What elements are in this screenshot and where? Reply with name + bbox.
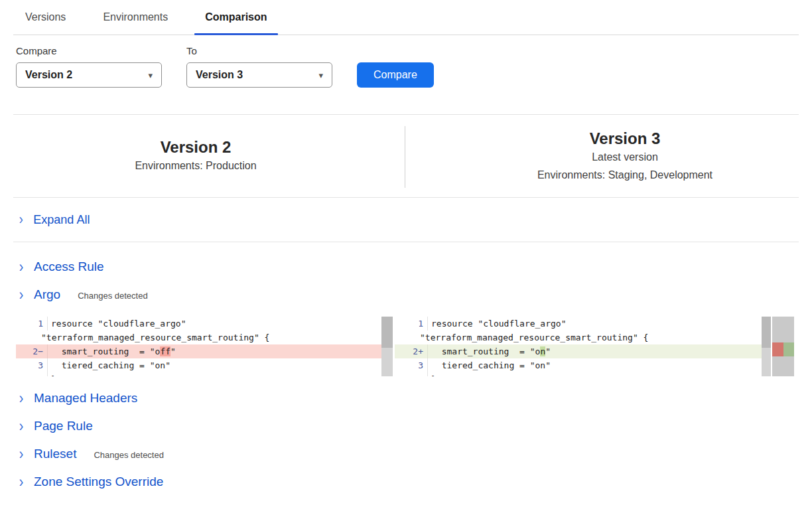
comparison-page: Versions Environments Comparison Compare…	[0, 0, 812, 523]
code-text: "	[545, 346, 551, 356]
chevron-right-icon: ›	[19, 287, 24, 303]
compare-version-value: Version 2	[25, 69, 72, 81]
to-field-label: To	[186, 45, 332, 56]
code-text: "terraform_managed_resource_smart_routin…	[16, 331, 269, 344]
scrollbar-track	[381, 317, 393, 376]
expand-all-label: Expand All	[33, 213, 90, 227]
version-comparison-header: Version 2 Environments: Production Versi…	[13, 114, 799, 198]
compare-field-label: Compare	[16, 45, 162, 56]
chevron-right-icon: ›	[19, 390, 24, 406]
line-number	[16, 372, 48, 376]
changes-detected-badge: Changes detected	[78, 289, 148, 301]
compare-version-select[interactable]: Version 2 ▾	[16, 62, 162, 88]
code-text: }	[428, 372, 437, 376]
scrollbar-track	[762, 317, 771, 376]
code-text: smart_routing = "o	[431, 346, 540, 356]
scrollbar-thumb[interactable]	[762, 317, 771, 348]
code-text: smart_routing = "on"	[428, 344, 551, 358]
tab-comparison-label: Comparison	[205, 11, 267, 23]
to-field: To Version 3 ▾	[186, 45, 332, 88]
section-argo-label: Argo	[34, 287, 60, 302]
diff-line: 3 tiered_caching = "on"	[395, 358, 771, 372]
section-page-rule[interactable]: › Page Rule	[13, 412, 799, 440]
caret-down-icon: ▾	[148, 70, 153, 80]
diff-pane-old: 1 resource "cloudflare_argo" "terraform_…	[16, 317, 393, 376]
expand-all-button[interactable]: › Expand All	[13, 198, 799, 242]
line-number: 3	[395, 358, 428, 372]
tab-versions-label: Versions	[25, 11, 66, 23]
code-text: smart_routing = "o	[51, 346, 160, 356]
ruler-added-mark	[783, 342, 794, 356]
code-text: tiered_caching = "on"	[428, 358, 551, 372]
removed-word-highlight: ff	[160, 346, 170, 356]
right-version-header: Version 3 Latest version Environments: S…	[405, 115, 799, 197]
line-number: 1	[395, 317, 428, 331]
compare-form: Compare Version 2 ▾ To Version 3 ▾ Compa…	[16, 45, 796, 88]
section-zone-settings-override[interactable]: › Zone Settings Override	[13, 468, 799, 496]
section-access-rule-label: Access Rule	[34, 260, 104, 274]
code-text: resource "cloudflare_argo"	[48, 317, 186, 331]
section-page-rule-label: Page Rule	[34, 419, 93, 433]
right-version-environments: Environments: Staging, Development	[451, 167, 799, 184]
section-managed-headers-label: Managed Headers	[34, 391, 137, 406]
compare-button[interactable]: Compare	[357, 62, 434, 88]
section-argo[interactable]: › Argo Changes detected	[13, 281, 799, 309]
section-ruleset[interactable]: › Ruleset Changes detected	[13, 440, 799, 468]
line-number: 3	[16, 358, 48, 372]
argo-diff-viewer: 1 resource "cloudflare_argo" "terraform_…	[16, 317, 799, 376]
diff-line: }	[395, 372, 771, 376]
diff-line-wrap: "terraform_managed_resource_smart_routin…	[395, 331, 771, 344]
to-version-value: Version 3	[196, 69, 243, 81]
diff-line-removed: 2− smart_routing = "off"	[16, 344, 393, 358]
tab-bar: Versions Environments Comparison	[13, 0, 799, 35]
right-version-title: Version 3	[451, 128, 799, 149]
diff-line-wrap: "terraform_managed_resource_smart_routin…	[16, 331, 393, 344]
tab-environments[interactable]: Environments	[92, 0, 178, 35]
chevron-right-icon: ›	[19, 259, 24, 275]
code-text: tiered_caching = "on"	[48, 358, 170, 372]
tab-comparison[interactable]: Comparison	[194, 0, 277, 35]
section-zone-settings-override-label: Zone Settings Override	[34, 475, 163, 489]
diff-line: }	[16, 372, 393, 376]
diff-line: 1 resource "cloudflare_argo"	[16, 317, 393, 331]
chevron-right-icon: ›	[19, 418, 24, 434]
tab-versions[interactable]: Versions	[15, 0, 76, 35]
code-text: }	[48, 372, 56, 376]
chevron-right-icon: ›	[19, 446, 24, 462]
compare-field: Compare Version 2 ▾	[16, 45, 162, 88]
chevron-right-icon: ›	[19, 212, 23, 227]
line-number: 2+	[395, 344, 428, 358]
tab-environments-label: Environments	[103, 11, 168, 23]
section-access-rule[interactable]: › Access Rule	[13, 253, 799, 281]
changes-detected-badge: Changes detected	[94, 448, 164, 460]
chevron-right-icon: ›	[19, 474, 24, 490]
diff-line: 3 tiered_caching = "on"	[16, 358, 393, 372]
section-ruleset-label: Ruleset	[34, 447, 76, 461]
diff-line-added: 2+ smart_routing = "on"	[395, 344, 771, 358]
diff-pane-new: 1 resource "cloudflare_argo" "terraform_…	[395, 317, 771, 376]
diff-overview-ruler	[772, 317, 794, 376]
line-number	[395, 372, 428, 376]
section-managed-headers[interactable]: › Managed Headers	[13, 384, 799, 412]
right-version-latest-label: Latest version	[451, 149, 799, 166]
code-text: "	[170, 346, 176, 356]
ruler-removed-mark	[772, 342, 783, 356]
line-number: 2−	[16, 344, 48, 358]
code-text: smart_routing = "off"	[48, 344, 176, 358]
vertical-divider	[405, 126, 405, 188]
line-number: 1	[16, 317, 48, 331]
diff-line: 1 resource "cloudflare_argo"	[395, 317, 771, 331]
left-version-header: Version 2 Environments: Production	[13, 115, 405, 197]
resource-sections: › Access Rule › Argo Changes detected 1 …	[13, 242, 799, 496]
code-text: resource "cloudflare_argo"	[428, 317, 567, 331]
left-version-title: Version 2	[13, 137, 378, 157]
left-version-environments: Environments: Production	[13, 157, 378, 175]
to-version-select[interactable]: Version 3 ▾	[186, 62, 332, 88]
code-text: "terraform_managed_resource_smart_routin…	[395, 331, 648, 344]
scrollbar-thumb[interactable]	[381, 317, 393, 348]
caret-down-icon: ▾	[318, 70, 323, 80]
